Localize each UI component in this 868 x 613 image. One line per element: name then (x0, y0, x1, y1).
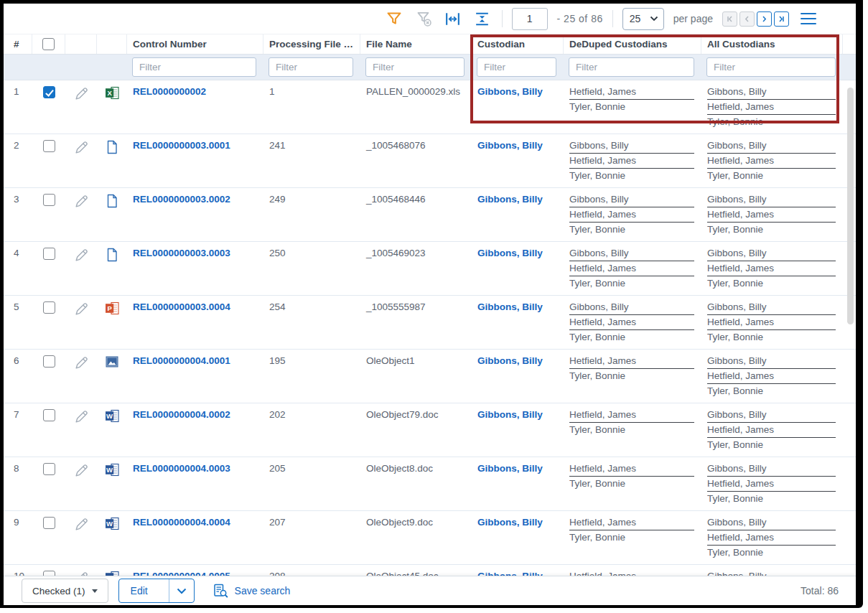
filter-input-custodian[interactable] (477, 57, 556, 77)
column-header-file[interactable]: File Name (360, 34, 472, 54)
button-divider (169, 579, 169, 602)
page-number-input[interactable] (512, 8, 548, 30)
custodian-link[interactable]: Gibbons, Billy (477, 194, 543, 205)
row-select-cell (32, 134, 65, 155)
table-row: 2REL0000000003.0001241_1005468076Gibbons… (4, 134, 856, 188)
clear-filters-button[interactable] (414, 9, 434, 29)
control-number-cell: REL0000000003.0003 (127, 242, 263, 262)
row-checkbox[interactable] (43, 140, 55, 152)
row-checkbox[interactable] (43, 571, 55, 576)
control-number-link[interactable]: REL0000000004.0001 (133, 355, 230, 366)
edit-pencil-button[interactable] (73, 571, 89, 576)
control-number-cell: REL0000000004.0004 (127, 511, 263, 531)
edit-pencil-button[interactable] (73, 194, 89, 212)
grid-menu-button[interactable] (798, 9, 818, 29)
control-number-link[interactable]: REL0000000003.0004 (133, 301, 230, 312)
row-edit-cell (65, 511, 97, 538)
first-page-button[interactable] (722, 11, 737, 27)
control-number-link[interactable]: REL0000000003.0002 (133, 194, 230, 205)
save-search-button[interactable]: Save search (213, 584, 291, 599)
custodian-link[interactable]: Gibbons, Billy (477, 517, 543, 528)
custodian-link[interactable]: Gibbons, Billy (477, 409, 543, 420)
edit-pencil-button[interactable] (73, 409, 89, 428)
control-number-link[interactable]: REL0000000004.0003 (133, 463, 230, 474)
fit-row-height-button[interactable] (472, 9, 493, 29)
custodian-value: Gibbons, Billy (569, 301, 694, 315)
checked-items-button[interactable]: Checked (1) (22, 579, 108, 603)
edit-pencil-button[interactable] (73, 140, 89, 159)
row-edit-cell (65, 457, 97, 485)
row-checkbox[interactable] (43, 248, 55, 260)
custodian-value: Tyler, Bonnie (569, 224, 694, 237)
column-header-control[interactable]: Control Number (127, 34, 263, 54)
row-checkbox[interactable] (43, 301, 55, 314)
page-size-value: 25 (630, 13, 641, 24)
control-number-link[interactable]: REL0000000004.0004 (133, 517, 230, 528)
filter-input-all[interactable] (706, 57, 836, 77)
column-header-processing[interactable]: Processing File … (263, 34, 360, 54)
custodian-link[interactable]: Gibbons, Billy (477, 463, 543, 474)
row-checkbox[interactable] (43, 355, 55, 368)
column-header-deduped[interactable]: DeDuped Custodians (564, 34, 701, 54)
all-custodians-cell: Gibbons, BillyHetfield, JamesTyler, Bonn… (701, 565, 843, 576)
deduped-custodians-cell: Hetfield, JamesTyler, Bonnie (564, 565, 701, 576)
control-number-link[interactable]: REL0000000003.0003 (133, 248, 230, 258)
select-all-checkbox[interactable] (42, 38, 55, 50)
row-checkbox[interactable] (43, 194, 55, 206)
vertical-scrollbar-thumb[interactable] (847, 88, 854, 324)
custodian-link[interactable]: Gibbons, Billy (477, 571, 543, 576)
row-select-cell (32, 80, 65, 101)
custodian-link[interactable]: Gibbons, Billy (477, 355, 543, 366)
custodian-link[interactable]: Gibbons, Billy (477, 301, 543, 312)
edit-pencil-button[interactable] (73, 517, 89, 535)
filter-input-file[interactable] (365, 57, 465, 77)
column-header-all[interactable]: All Custodians (701, 34, 843, 54)
row-edit-cell (65, 296, 97, 323)
control-number-link[interactable]: REL0000000004.0002 (133, 409, 230, 420)
row-number: 5 (4, 296, 32, 316)
row-checkbox[interactable] (43, 409, 55, 421)
custodian-value: Tyler, Bonnie (569, 424, 694, 437)
page-size-select[interactable]: 25 (622, 8, 664, 30)
filter-input-processing[interactable] (269, 57, 353, 77)
fit-column-width-button[interactable] (443, 9, 463, 29)
row-number: 10 (4, 565, 32, 576)
custodian-value: Tyler, Bonnie (707, 116, 836, 129)
chevron-down-icon (650, 16, 658, 22)
row-edit-cell (65, 134, 97, 162)
row-checkbox[interactable] (43, 517, 55, 529)
row-checkbox[interactable] (43, 463, 55, 475)
edit-pencil-button[interactable] (73, 355, 89, 374)
document-list-window: - 25 of 86 25 per page #Control NumberPr… (4, 4, 856, 605)
edit-button[interactable]: Edit (118, 579, 195, 603)
edit-pencil-icon (73, 140, 89, 156)
edit-pencil-button[interactable] (73, 463, 89, 482)
edit-pencil-button[interactable] (73, 301, 89, 320)
custodian-cell: Gibbons, Billy (472, 565, 564, 576)
custodian-link[interactable]: Gibbons, Billy (477, 248, 543, 258)
edit-dropdown-toggle[interactable] (169, 579, 194, 602)
edit-pencil-button[interactable] (73, 86, 89, 105)
file-name-cell: _1005555987 (360, 296, 472, 316)
filter-input-deduped[interactable] (569, 57, 694, 77)
previous-page-button[interactable] (739, 11, 755, 27)
column-header-custodian[interactable]: Custodian (472, 34, 564, 54)
funnel-clear-icon (414, 9, 433, 28)
edit-pencil-button[interactable] (73, 248, 89, 266)
last-page-button[interactable] (774, 11, 789, 27)
custodian-link[interactable]: Gibbons, Billy (477, 140, 543, 151)
next-page-button[interactable] (757, 11, 772, 27)
control-number-link[interactable]: REL0000000004.0005 (133, 571, 230, 576)
column-header-num[interactable]: # (4, 34, 32, 54)
row-select-cell (32, 511, 65, 532)
custodian-value: Tyler, Bonnie (569, 478, 694, 491)
filter-input-control[interactable] (132, 57, 256, 77)
control-number-link[interactable]: REL0000000003.0001 (133, 140, 230, 151)
custodian-link[interactable]: Gibbons, Billy (477, 86, 543, 97)
row-checkbox[interactable] (43, 86, 55, 98)
processing-file-cell: 249 (263, 188, 360, 208)
processing-file-cell: 195 (263, 350, 360, 370)
custodian-value: Gibbons, Billy (707, 409, 836, 423)
control-number-link[interactable]: REL0000000002 (133, 86, 206, 97)
filter-toggle-button[interactable] (384, 9, 404, 29)
